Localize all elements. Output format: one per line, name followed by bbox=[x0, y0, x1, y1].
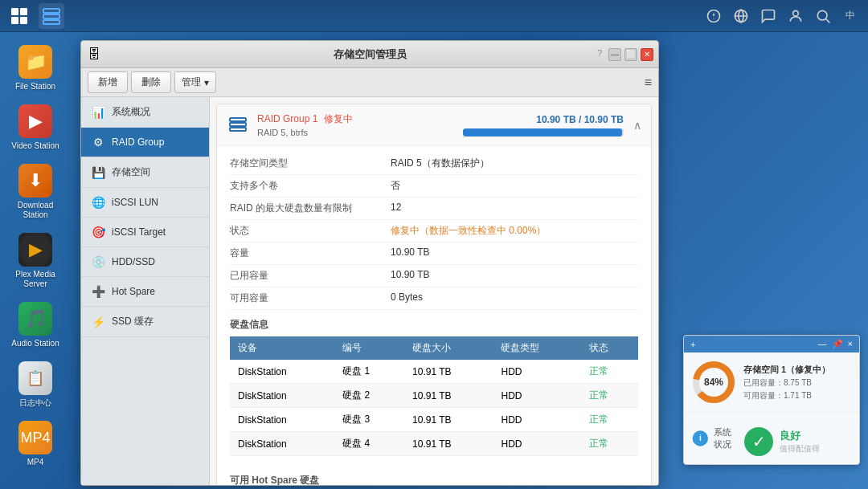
detail-row-avail: 可用容量 0 Bytes bbox=[230, 287, 638, 310]
sidebar-item-video-station[interactable]: ▶ Video Station bbox=[3, 100, 68, 156]
disk-device: DiskStation bbox=[230, 360, 334, 384]
disk-type: HDD bbox=[493, 432, 581, 456]
system-status-area: 良好 值得配值得 bbox=[780, 429, 820, 454]
sidebar-item-storage-space[interactable]: 💾 存储空间 bbox=[81, 157, 209, 188]
widget-storage-used: 已用容量：8.75 TB bbox=[743, 377, 851, 389]
widget-pin-icon[interactable]: 📌 bbox=[832, 339, 843, 349]
svg-rect-14 bbox=[230, 118, 246, 121]
hot-spare-title: 可用 Hot Spare 硬盘 bbox=[230, 466, 638, 485]
apps-grid-icon[interactable] bbox=[6, 3, 32, 29]
svg-rect-6 bbox=[43, 20, 59, 24]
detail-value-status: 修复中（数据一致性检查中 0.00%） bbox=[391, 224, 546, 238]
detail-label-limit: RAID 的最大硬盘数量有限制 bbox=[230, 202, 391, 215]
sidebar-item-raid-group[interactable]: ⚙ RAID Group bbox=[81, 128, 209, 157]
sidebar-item-mp4[interactable]: MP4 MP4 bbox=[3, 416, 68, 472]
system-status-sub: 值得配值得 bbox=[780, 443, 820, 454]
svg-point-12 bbox=[817, 10, 827, 20]
widget-storage-item: 84% 存储空间 1（修复中） 已用容量：8.75 TB 可用容量：1.71 T… bbox=[684, 352, 859, 413]
window-app-icon: 🗄 bbox=[88, 47, 100, 62]
system-status-icon-area: i 系统状况 bbox=[692, 426, 736, 451]
taskbar-left bbox=[6, 3, 64, 29]
iscsi-lun-label: iSCSI LUN bbox=[112, 197, 158, 208]
sidebar-item-log[interactable]: 📋 日志中心 bbox=[3, 357, 68, 413]
menu-icon[interactable]: ≡ bbox=[645, 75, 652, 90]
main-content: RAID Group 1 修复中 RAID 5, btrfs 10.90 TB … bbox=[210, 97, 658, 485]
disk-col-size: 硬盘大小 bbox=[404, 336, 493, 360]
svg-rect-2 bbox=[11, 17, 18, 24]
svg-rect-4 bbox=[43, 9, 59, 13]
minimize-button[interactable]: — bbox=[608, 48, 621, 61]
audio-station-icon: 🎵 bbox=[18, 302, 52, 336]
disk-table-header-row: 设备 编号 硬盘大小 硬盘类型 状态 bbox=[230, 336, 638, 360]
detail-label-avail: 可用容量 bbox=[230, 291, 391, 305]
detail-row-type: 存储空间类型 RAID 5（有数据保护） bbox=[230, 153, 638, 175]
delete-button[interactable]: 删除 bbox=[131, 71, 171, 93]
search-icon[interactable] bbox=[812, 5, 834, 27]
help-icon[interactable]: ? bbox=[597, 48, 602, 61]
sidebar-item-overview[interactable]: 📊 系统概况 bbox=[81, 97, 209, 128]
disk-device: DiskStation bbox=[230, 432, 334, 456]
iscsi-target-label: iSCSI Target bbox=[112, 226, 166, 238]
sidebar-item-ssd-cache[interactable]: ⚡ SSD 缓存 bbox=[81, 307, 209, 337]
svg-text:i: i bbox=[699, 434, 702, 442]
disk-info-title: 硬盘信息 bbox=[230, 310, 638, 336]
sidebar-item-file-station[interactable]: 📁 File Station bbox=[3, 40, 68, 96]
svg-rect-15 bbox=[230, 123, 246, 126]
raid-storage-text: 10.90 TB / 10.90 TB bbox=[463, 114, 624, 125]
window-title: 存储空间管理员 bbox=[334, 47, 407, 62]
hdd-ssd-label: HDD/SSD bbox=[112, 256, 155, 267]
taskbar: 中 bbox=[0, 0, 868, 32]
sidebar-item-download-station[interactable]: ⬇ Download Station bbox=[3, 159, 68, 225]
storage-manager-taskbar-icon[interactable] bbox=[39, 3, 64, 29]
user-icon[interactable] bbox=[784, 5, 807, 27]
add-button[interactable]: 新增 bbox=[88, 71, 128, 93]
svg-text:84%: 84% bbox=[704, 377, 723, 388]
widget-plus-icon[interactable]: + bbox=[690, 340, 695, 349]
raid-group-icon bbox=[227, 114, 249, 137]
sidebar-item-hdd-ssd[interactable]: 💿 HDD/SSD bbox=[81, 247, 209, 277]
widget-close-icon[interactable]: × bbox=[848, 339, 853, 349]
widget-minimize-icon[interactable]: — bbox=[818, 339, 827, 349]
overview-nav-icon: 📊 bbox=[91, 106, 105, 119]
raid-group-header[interactable]: RAID Group 1 修复中 RAID 5, btrfs 10.90 TB … bbox=[217, 104, 651, 146]
raid-details: 存储空间类型 RAID 5（有数据保护） 支持多个卷 否 RAID 的最大硬盘数… bbox=[217, 146, 651, 485]
log-icon: 📋 bbox=[18, 361, 52, 395]
sidebar-item-iscsi-lun[interactable]: 🌐 iSCSI LUN bbox=[81, 188, 209, 218]
detail-value-limit: 12 bbox=[391, 202, 401, 215]
sidebar-item-plex[interactable]: ▶ Plex Media Server bbox=[3, 228, 68, 294]
collapse-icon[interactable]: ∧ bbox=[633, 119, 641, 132]
dropdown-arrow-icon: ▾ bbox=[204, 77, 209, 88]
sidebar-item-audio-station[interactable]: 🎵 Audio Station bbox=[3, 297, 68, 353]
detail-row-capacity: 容量 10.90 TB bbox=[230, 242, 638, 265]
manage-dropdown[interactable]: 管理 ▾ bbox=[174, 71, 216, 93]
svg-rect-1 bbox=[20, 8, 27, 15]
disk-device: DiskStation bbox=[230, 408, 334, 432]
chat-icon[interactable] bbox=[757, 5, 780, 27]
table-row: DiskStation 硬盘 3 10.91 TB HDD 正常 bbox=[230, 408, 638, 432]
notification-icon[interactable] bbox=[702, 5, 725, 27]
audio-station-label: Audio Station bbox=[11, 339, 59, 348]
restore-button[interactable]: ⬜ bbox=[624, 48, 637, 61]
detail-value-used: 10.90 TB bbox=[391, 269, 429, 283]
iscsi-lun-icon: 🌐 bbox=[91, 196, 105, 209]
raid-name: RAID Group 1 修复中 bbox=[257, 112, 463, 126]
ssd-cache-icon: ⚡ bbox=[91, 316, 105, 328]
table-row: DiskStation 硬盘 1 10.91 TB HDD 正常 bbox=[230, 360, 638, 384]
detail-row-status: 状态 修复中（数据一致性检查中 0.00%） bbox=[230, 220, 638, 242]
window-titlebar: 🗄 存储空间管理员 ? — ⬜ ✕ bbox=[81, 41, 658, 68]
network-icon[interactable] bbox=[730, 5, 752, 27]
detail-label-status: 状态 bbox=[230, 224, 391, 238]
lang-icon[interactable]: 中 bbox=[839, 5, 862, 27]
sidebar-item-iscsi-target[interactable]: 🎯 iSCSI Target bbox=[81, 218, 209, 247]
close-button[interactable]: ✕ bbox=[641, 48, 653, 61]
table-row: DiskStation 硬盘 4 10.91 TB HDD 正常 bbox=[230, 432, 638, 456]
detail-label-used: 已用容量 bbox=[230, 269, 391, 283]
raid-title-area: RAID Group 1 修复中 RAID 5, btrfs bbox=[257, 112, 463, 137]
system-info-icon: i bbox=[692, 426, 709, 451]
mp4-label: MP4 bbox=[27, 458, 44, 467]
disk-col-device: 设备 bbox=[230, 336, 334, 360]
sidebar-item-hot-spare[interactable]: ➕ Hot Spare bbox=[81, 277, 209, 307]
file-station-icon: 📁 bbox=[18, 45, 52, 79]
video-station-label: Video Station bbox=[11, 141, 59, 151]
raid-progress-bar bbox=[463, 128, 624, 137]
